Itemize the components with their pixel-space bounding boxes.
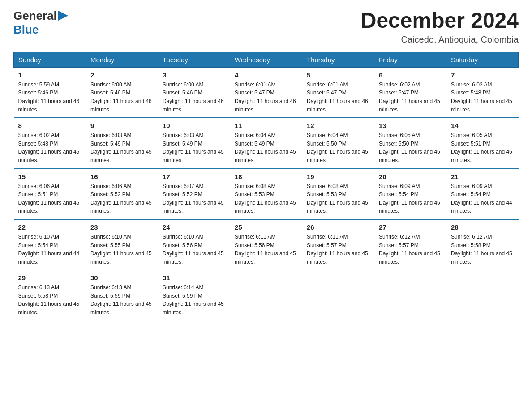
calendar-cell: 13Sunrise: 6:05 AMSunset: 5:50 PMDayligh… [374, 118, 446, 168]
calendar-cell: 18Sunrise: 6:08 AMSunset: 5:53 PMDayligh… [230, 169, 302, 219]
calendar-cell [230, 270, 302, 321]
day-number: 4 [235, 71, 297, 79]
calendar-cell: 11Sunrise: 6:04 AMSunset: 5:49 PMDayligh… [230, 118, 302, 168]
day-number: 28 [451, 223, 514, 231]
day-info: Sunrise: 6:11 AMSunset: 5:57 PMDaylight:… [307, 233, 369, 266]
day-info: Sunrise: 5:59 AMSunset: 5:46 PMDaylight:… [18, 81, 82, 114]
day-number: 21 [451, 173, 514, 180]
day-number: 27 [379, 223, 442, 231]
calendar-cell: 31Sunrise: 6:14 AMSunset: 5:59 PMDayligh… [158, 270, 230, 321]
day-info: Sunrise: 6:11 AMSunset: 5:56 PMDaylight:… [235, 233, 297, 266]
day-number: 2 [90, 71, 153, 79]
day-number: 6 [379, 71, 442, 79]
calendar-cell: 21Sunrise: 6:09 AMSunset: 5:54 PMDayligh… [446, 169, 519, 219]
calendar-header-row: SundayMondayTuesdayWednesdayThursdayFrid… [14, 52, 519, 67]
day-number: 11 [235, 122, 297, 129]
day-info: Sunrise: 6:09 AMSunset: 5:54 PMDaylight:… [451, 182, 514, 215]
column-header-monday: Monday [86, 52, 158, 67]
day-number: 1 [18, 71, 82, 79]
day-info: Sunrise: 6:14 AMSunset: 5:59 PMDaylight:… [163, 283, 225, 317]
column-header-tuesday: Tuesday [158, 52, 230, 67]
calendar-cell [374, 270, 446, 321]
day-number: 19 [307, 173, 369, 180]
calendar-cell: 2Sunrise: 6:00 AMSunset: 5:46 PMDaylight… [86, 67, 158, 118]
day-info: Sunrise: 6:03 AMSunset: 5:49 PMDaylight:… [90, 131, 153, 164]
calendar-cell: 12Sunrise: 6:04 AMSunset: 5:50 PMDayligh… [302, 118, 374, 168]
day-info: Sunrise: 6:02 AMSunset: 5:47 PMDaylight:… [379, 81, 442, 114]
calendar-cell: 24Sunrise: 6:10 AMSunset: 5:56 PMDayligh… [158, 219, 230, 270]
day-info: Sunrise: 6:06 AMSunset: 5:51 PMDaylight:… [18, 182, 82, 215]
svg-marker-0 [58, 11, 68, 21]
calendar-cell: 10Sunrise: 6:03 AMSunset: 5:49 PMDayligh… [158, 118, 230, 168]
day-number: 17 [163, 173, 225, 180]
column-header-friday: Friday [374, 52, 446, 67]
calendar-cell [302, 270, 374, 321]
day-info: Sunrise: 6:03 AMSunset: 5:49 PMDaylight:… [163, 131, 225, 164]
day-info: Sunrise: 6:05 AMSunset: 5:51 PMDaylight:… [451, 131, 514, 164]
day-number: 16 [90, 173, 153, 180]
day-info: Sunrise: 6:13 AMSunset: 5:59 PMDaylight:… [90, 283, 153, 317]
day-number: 31 [163, 274, 225, 282]
day-number: 5 [307, 71, 369, 79]
calendar-cell: 14Sunrise: 6:05 AMSunset: 5:51 PMDayligh… [446, 118, 519, 168]
calendar-cell: 5Sunrise: 6:01 AMSunset: 5:47 PMDaylight… [302, 67, 374, 118]
day-info: Sunrise: 6:00 AMSunset: 5:46 PMDaylight:… [90, 81, 153, 114]
calendar-cell: 1Sunrise: 5:59 AMSunset: 5:46 PMDaylight… [14, 67, 86, 118]
calendar-cell: 7Sunrise: 6:02 AMSunset: 5:48 PMDaylight… [446, 67, 519, 118]
calendar-cell: 25Sunrise: 6:11 AMSunset: 5:56 PMDayligh… [230, 219, 302, 270]
day-info: Sunrise: 6:04 AMSunset: 5:50 PMDaylight:… [307, 131, 369, 164]
calendar-week-row: 1Sunrise: 5:59 AMSunset: 5:46 PMDaylight… [14, 67, 519, 118]
day-number: 30 [90, 274, 153, 282]
day-number: 14 [451, 122, 514, 129]
day-info: Sunrise: 6:05 AMSunset: 5:50 PMDaylight:… [379, 131, 442, 164]
calendar-cell: 29Sunrise: 6:13 AMSunset: 5:58 PMDayligh… [14, 270, 86, 321]
day-number: 15 [18, 173, 82, 180]
day-number: 12 [307, 122, 369, 129]
day-info: Sunrise: 6:02 AMSunset: 5:48 PMDaylight:… [451, 81, 514, 114]
page-header: General Blue December 2024 Caicedo, Anti… [13, 9, 519, 45]
day-number: 8 [18, 122, 82, 129]
day-info: Sunrise: 6:01 AMSunset: 5:47 PMDaylight:… [235, 81, 297, 114]
day-info: Sunrise: 6:12 AMSunset: 5:57 PMDaylight:… [379, 233, 442, 266]
column-header-sunday: Sunday [14, 52, 86, 67]
day-number: 18 [235, 173, 297, 180]
calendar-cell: 16Sunrise: 6:06 AMSunset: 5:52 PMDayligh… [86, 169, 158, 219]
location-title: Caicedo, Antioquia, Colombia [361, 34, 519, 45]
day-info: Sunrise: 6:08 AMSunset: 5:53 PMDaylight:… [235, 182, 297, 215]
day-info: Sunrise: 6:06 AMSunset: 5:52 PMDaylight:… [90, 182, 153, 215]
day-info: Sunrise: 6:12 AMSunset: 5:58 PMDaylight:… [451, 233, 514, 266]
calendar-cell: 22Sunrise: 6:10 AMSunset: 5:54 PMDayligh… [14, 219, 86, 270]
column-header-saturday: Saturday [446, 52, 519, 67]
day-number: 7 [451, 71, 514, 79]
calendar-cell: 23Sunrise: 6:10 AMSunset: 5:55 PMDayligh… [86, 219, 158, 270]
calendar-week-row: 15Sunrise: 6:06 AMSunset: 5:51 PMDayligh… [14, 169, 519, 219]
day-number: 26 [307, 223, 369, 231]
calendar-cell: 17Sunrise: 6:07 AMSunset: 5:52 PMDayligh… [158, 169, 230, 219]
calendar-cell: 3Sunrise: 6:00 AMSunset: 5:46 PMDaylight… [158, 67, 230, 118]
calendar-week-row: 8Sunrise: 6:02 AMSunset: 5:48 PMDaylight… [14, 118, 519, 168]
calendar-cell: 28Sunrise: 6:12 AMSunset: 5:58 PMDayligh… [446, 219, 519, 270]
day-info: Sunrise: 6:08 AMSunset: 5:53 PMDaylight:… [307, 182, 369, 215]
day-info: Sunrise: 6:02 AMSunset: 5:48 PMDaylight:… [18, 131, 82, 164]
calendar-table: SundayMondayTuesdayWednesdayThursdayFrid… [13, 52, 519, 321]
calendar-cell: 30Sunrise: 6:13 AMSunset: 5:59 PMDayligh… [86, 270, 158, 321]
day-info: Sunrise: 6:10 AMSunset: 5:54 PMDaylight:… [18, 233, 82, 266]
day-number: 23 [90, 223, 153, 231]
day-info: Sunrise: 6:00 AMSunset: 5:46 PMDaylight:… [163, 81, 225, 114]
calendar-cell: 26Sunrise: 6:11 AMSunset: 5:57 PMDayligh… [302, 219, 374, 270]
logo-blue-text: Blue [13, 23, 39, 36]
calendar-cell: 9Sunrise: 6:03 AMSunset: 5:49 PMDaylight… [86, 118, 158, 168]
logo-triangle-icon [58, 11, 68, 21]
calendar-cell: 8Sunrise: 6:02 AMSunset: 5:48 PMDaylight… [14, 118, 86, 168]
day-number: 29 [18, 274, 82, 282]
day-info: Sunrise: 6:10 AMSunset: 5:56 PMDaylight:… [163, 233, 225, 266]
day-number: 24 [163, 223, 225, 231]
column-header-thursday: Thursday [302, 52, 374, 67]
calendar-cell [446, 270, 519, 321]
calendar-cell: 15Sunrise: 6:06 AMSunset: 5:51 PMDayligh… [14, 169, 86, 219]
day-info: Sunrise: 6:09 AMSunset: 5:54 PMDaylight:… [379, 182, 442, 215]
calendar-cell: 6Sunrise: 6:02 AMSunset: 5:47 PMDaylight… [374, 67, 446, 118]
calendar-cell: 4Sunrise: 6:01 AMSunset: 5:47 PMDaylight… [230, 67, 302, 118]
column-header-wednesday: Wednesday [230, 52, 302, 67]
logo-general-text: General [13, 9, 57, 23]
